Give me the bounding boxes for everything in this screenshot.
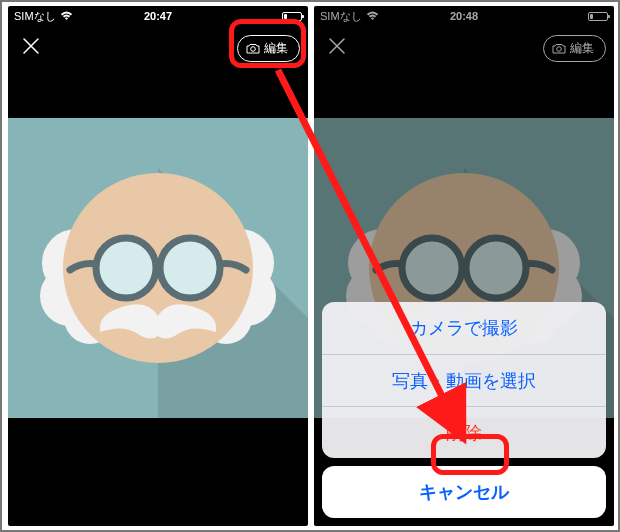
close-button[interactable]: [16, 35, 46, 61]
edit-label: 編集: [264, 40, 288, 57]
phone-screen-right: SIMなし 20:48 編集: [314, 6, 614, 526]
edit-button[interactable]: 編集: [237, 35, 300, 62]
action-sheet: カメラで撮影 写真・動画を選択 削除 キャンセル: [322, 302, 606, 518]
clock: 20:47: [144, 10, 172, 22]
status-bar: SIMなし 20:47: [8, 6, 308, 26]
svg-point-0: [251, 46, 256, 51]
svg-point-10: [160, 238, 220, 298]
nav-bar: 編集: [8, 26, 308, 70]
action-cancel[interactable]: キャンセル: [322, 466, 606, 518]
action-delete[interactable]: 削除: [322, 406, 606, 458]
action-label: 写真・動画を選択: [392, 369, 536, 393]
phone-screen-left: SIMなし 20:47 編集: [8, 6, 308, 526]
avatar-illustration: [8, 118, 308, 418]
action-take-photo[interactable]: カメラで撮影: [322, 302, 606, 354]
camera-icon: [246, 43, 260, 54]
profile-image: [8, 118, 308, 418]
action-choose-media[interactable]: 写真・動画を選択: [322, 354, 606, 406]
battery-icon: [282, 12, 302, 21]
action-label: キャンセル: [419, 480, 509, 504]
wifi-icon: [60, 11, 73, 21]
action-label: カメラで撮影: [410, 316, 518, 340]
action-sheet-options: カメラで撮影 写真・動画を選択 削除: [322, 302, 606, 458]
action-label: 削除: [446, 421, 482, 445]
close-icon: [22, 37, 40, 55]
carrier-label: SIMなし: [14, 9, 56, 24]
svg-point-9: [96, 238, 156, 298]
